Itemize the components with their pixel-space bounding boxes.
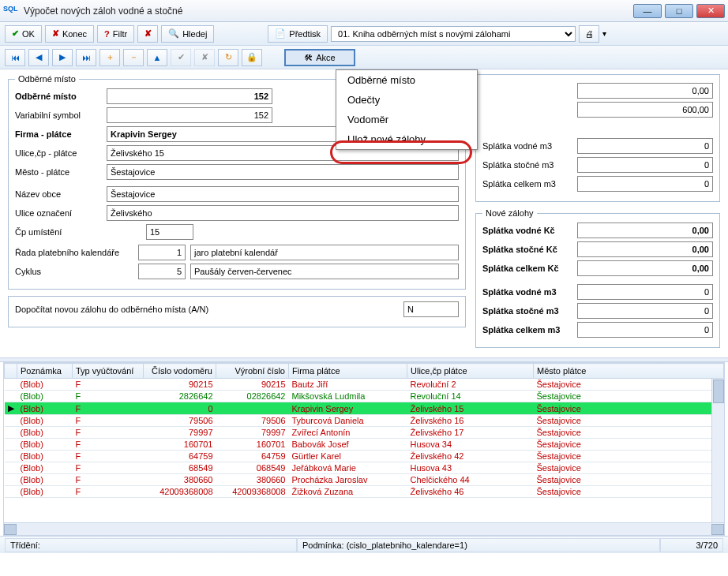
table-row[interactable]: (Blob)F4200936800842009368008Žižková Zuz… — [5, 486, 724, 498]
status-count: 3/720 — [660, 538, 723, 552]
obec-input[interactable] — [107, 186, 459, 202]
nav-lock-button[interactable]: 🔒 — [242, 49, 262, 66]
table-row[interactable]: (Blob)F9021590215Bautz JiříRevoluční 2Še… — [5, 379, 724, 391]
nav-edit-button[interactable]: ▲ — [147, 49, 167, 66]
lbl-sp-c-m3: Splátka celkem m3 — [482, 179, 577, 189]
grid-vscrollbar[interactable] — [711, 379, 724, 522]
status-condition: Podmínka: (cislo_platebniho_kalendare=1) — [297, 538, 660, 552]
nav-next-button[interactable]: ▶ — [52, 49, 73, 66]
odberne-misto-input[interactable] — [107, 88, 272, 104]
lbl-obec: Název obce — [15, 189, 102, 199]
legend-nove: Nové zálohy — [482, 208, 537, 218]
nav-prev-button[interactable]: ◀ — [28, 49, 49, 66]
preview-icon: 📄 — [275, 28, 286, 39]
sp-v-m3-input[interactable] — [577, 138, 713, 154]
grid-header[interactable]: Výrobní číslo — [216, 364, 289, 379]
n-v-kc-input[interactable] — [577, 223, 713, 238]
dropdown-arrow-icon[interactable]: ▾ — [602, 29, 606, 38]
data-grid[interactable]: PoznámkaTyp vyúčtováníČíslo vodoměruVýro… — [3, 362, 725, 536]
akce-button[interactable]: 🛠Akce — [284, 49, 355, 66]
question-icon: ? — [104, 29, 110, 39]
sp-c-m3-input[interactable] — [577, 176, 713, 192]
lbl-n-v-kc: Splátka vodné Kč — [482, 226, 577, 235]
check-icon: ✔ — [178, 52, 185, 62]
konec-button[interactable]: ✘Konec — [45, 25, 94, 43]
table-row[interactable]: (Blob)F68549068549Jeřábková MarieHusova … — [5, 462, 724, 474]
fieldset-stav-zalohy: Splátka vodné m3 Splátka stočné m3 Splát… — [475, 74, 720, 202]
menu-uloz-nove-zalohy[interactable]: Ulož nové zálohy — [336, 129, 477, 149]
grid-header[interactable]: Firma plátce — [289, 364, 407, 379]
grid-header[interactable]: Město plátce — [534, 364, 724, 379]
n-c-kc-input[interactable] — [577, 260, 713, 276]
lock-icon: 🔒 — [246, 52, 257, 62]
fieldset-nove-zalohy: Nové zálohy Splátka vodné Kč Splátka sto… — [475, 208, 720, 348]
scroll-left-button[interactable] — [4, 524, 17, 535]
varsymbol-input[interactable] — [107, 107, 272, 123]
cyklus-num-input[interactable] — [138, 264, 186, 279]
grid-header[interactable]: Ulice,čp plátce — [407, 364, 534, 379]
minimize-button[interactable]: — — [633, 4, 662, 18]
nav-cancel-button[interactable]: ✘ — [194, 49, 215, 66]
legend-odberne: Odběrné místo — [15, 74, 79, 84]
close-icon: ✕ — [707, 6, 715, 16]
n-s-kc-input[interactable] — [577, 241, 713, 257]
lbl-rada: Řada platebního kalendáře — [15, 248, 133, 257]
rada-num-input[interactable] — [138, 245, 186, 260]
ulice-ozn-input[interactable] — [107, 205, 459, 221]
cyklus-txt-input[interactable] — [190, 264, 459, 279]
nav-delete-button[interactable]: － — [123, 49, 144, 66]
scroll-right-button[interactable] — [711, 524, 724, 535]
close-button[interactable]: ✕ — [696, 4, 725, 18]
menu-vodomer[interactable]: Vodoměr — [336, 110, 477, 129]
lbl-sp-s-m3: Splátka stočné m3 — [482, 160, 577, 170]
table-row[interactable]: ▶(Blob)F0Krapivin SergeyŽelivského 15Šes… — [5, 402, 724, 415]
grid-hscrollbar[interactable] — [4, 522, 724, 535]
ok-button[interactable]: ✔OK — [5, 25, 42, 43]
nav-last-button[interactable]: ⏭ — [76, 49, 96, 66]
grid-header[interactable]: Poznámka — [17, 364, 73, 379]
n-c-m3-input[interactable] — [577, 322, 713, 338]
nav-first-button[interactable]: ⏮ — [5, 49, 25, 66]
grid-header[interactable]: Typ vyúčtování — [73, 364, 144, 379]
dopocitat-input[interactable] — [403, 301, 459, 317]
check-icon: ✔ — [12, 28, 19, 39]
predtisk-button[interactable]: 📄Předtisk — [268, 25, 328, 43]
window-title: Výpočet nových záloh vodné a stočné — [24, 6, 633, 17]
filtr-button[interactable]: ?Filtr — [97, 25, 134, 43]
report-select[interactable]: 01. Kniha odběrných míst s novými záloha… — [331, 26, 576, 42]
table-row[interactable]: (Blob)F6475964759Gürtler KarelŽelivského… — [5, 451, 724, 462]
maximize-button[interactable]: □ — [665, 4, 693, 18]
menu-odberne-misto[interactable]: Odběrné místo — [336, 70, 477, 90]
nav-add-button[interactable]: ＋ — [99, 49, 120, 66]
table-row[interactable]: (Blob)F282664202826642Mikšovská LudmilaR… — [5, 391, 724, 402]
n-s-m3-input[interactable] — [577, 303, 713, 319]
binoculars-icon: 🔍 — [168, 28, 179, 39]
stav-val2-input[interactable] — [577, 102, 713, 118]
grid-header[interactable]: Číslo vodoměru — [144, 364, 216, 379]
nav-post-button[interactable]: ✔ — [171, 49, 191, 66]
table-row[interactable]: (Blob)F7999779997Zvířecí AntonínŽelivské… — [5, 427, 724, 439]
nav-refresh-button[interactable]: ↻ — [218, 49, 238, 66]
clear-filter-button[interactable]: ✘ — [137, 25, 158, 43]
rada-txt-input[interactable] — [190, 245, 459, 260]
fieldset-dopocitat: Dopočítat novou zálohu do odběrného míst… — [8, 296, 466, 327]
lbl-ulice-cp: Ulice,čp - plátce — [15, 148, 102, 158]
tools-icon: 🛠 — [304, 53, 313, 62]
grid-header[interactable] — [5, 364, 17, 379]
sp-s-m3-input[interactable] — [577, 157, 713, 173]
table-row[interactable]: (Blob)F160701160701Babovák JosefHusova 3… — [5, 439, 724, 451]
mesto-input[interactable] — [107, 164, 459, 180]
status-bar: Třídění: Podmínka: (cislo_platebniho_kal… — [0, 536, 728, 553]
x-icon: ✘ — [201, 52, 208, 62]
cp-input[interactable] — [146, 224, 193, 240]
n-v-m3-input[interactable] — [577, 284, 713, 300]
minus-icon: － — [129, 51, 138, 63]
table-row[interactable]: (Blob)F7950679506Tyburcová DanielaŽelivs… — [5, 415, 724, 427]
lbl-mesto: Město - plátce — [15, 167, 102, 177]
menu-odecty[interactable]: Odečty — [336, 90, 477, 110]
title-bar: SQL Výpočet nových záloh vodné a stočné … — [0, 0, 728, 22]
print-button[interactable]: 🖨 — [579, 25, 599, 43]
table-row[interactable]: (Blob)F380660380660Procházka JaroslavChe… — [5, 474, 724, 486]
hledej-button[interactable]: 🔍Hledej — [161, 25, 214, 43]
stav-val1-input[interactable] — [577, 83, 713, 99]
